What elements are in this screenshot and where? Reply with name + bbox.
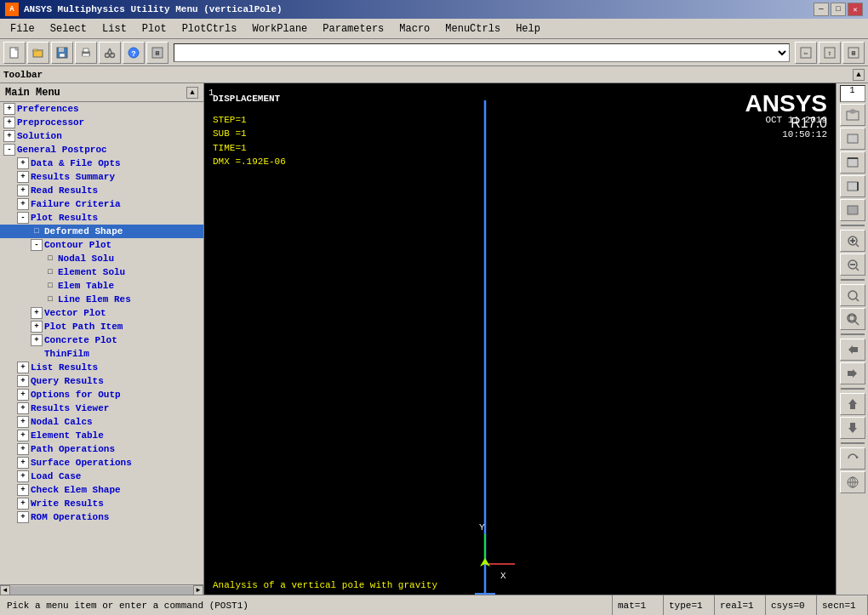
- viewport-bottom-text: Analysis of a vertical pole with gravity: [213, 580, 437, 590]
- sidebar-item-vector-plot[interactable]: + Vector Plot: [0, 306, 203, 320]
- rt-btn-iso[interactable]: [840, 104, 865, 126]
- left-panel-collapse[interactable]: ▲: [186, 87, 198, 99]
- sidebar-item-surface-operations[interactable]: + Surface Operations: [0, 456, 203, 470]
- toolbar-btn-extra2[interactable]: ⇧: [819, 42, 841, 64]
- sidebar-item-plot-path-item[interactable]: + Plot Path Item: [0, 320, 203, 333]
- menu-plotctrls[interactable]: PlotCtrls: [175, 21, 244, 37]
- toolbar-cmd[interactable]: ⊞: [146, 42, 168, 64]
- sidebar-item-load-case[interactable]: + Load Case: [0, 470, 203, 483]
- menu-parameters[interactable]: Parameters: [316, 21, 391, 37]
- item-label: Surface Operations: [31, 458, 132, 468]
- rt-btn-pan-left[interactable]: [840, 339, 865, 361]
- sidebar-item-element-solu[interactable]: □ Element Solu: [0, 265, 203, 279]
- sidebar-item-failure-criteria[interactable]: + Failure Criteria: [0, 197, 203, 211]
- expander-icon: +: [17, 511, 29, 523]
- sidebar-item-path-operations[interactable]: + Path Operations: [0, 442, 203, 456]
- sidebar-item-solution[interactable]: + Solution: [0, 129, 203, 143]
- toolbar-new[interactable]: [3, 42, 26, 64]
- sidebar-item-results-summary[interactable]: + Results Summary: [0, 170, 203, 184]
- tree-scroll[interactable]: + Preferences + Preprocessor + Solution …: [0, 102, 203, 584]
- expander-icon: +: [31, 334, 43, 346]
- sidebar-item-elem-table[interactable]: □ Elem Table: [0, 279, 203, 293]
- rt-separator-3: [841, 333, 865, 335]
- menu-list[interactable]: List: [95, 21, 134, 37]
- svg-rect-6: [60, 54, 65, 57]
- toolbar-btn-extra1[interactable]: ⇦: [795, 42, 817, 64]
- sidebar-item-check-elem-shape[interactable]: + Check Elem Shape: [0, 483, 203, 497]
- rt-btn-front[interactable]: [840, 128, 865, 150]
- menu-file[interactable]: File: [3, 21, 42, 37]
- rt-btn-pan-up[interactable]: [840, 393, 865, 415]
- sidebar-item-contour-plot[interactable]: - Contour Plot: [0, 238, 203, 252]
- sidebar-item-nodal-solu[interactable]: □ Nodal Solu: [0, 252, 203, 265]
- item-label: Contour Plot: [44, 240, 111, 250]
- sidebar-item-list-results[interactable]: + List Results: [0, 361, 203, 374]
- rt-btn-rotate[interactable]: [840, 447, 865, 470]
- rt-btn-top[interactable]: [840, 151, 865, 174]
- menu-macro[interactable]: Macro: [392, 21, 437, 37]
- sidebar-item-preprocessor[interactable]: + Preprocessor: [0, 116, 203, 129]
- menu-bar: File Select List Plot PlotCtrls WorkPlan…: [0, 19, 868, 39]
- rt-btn-extra[interactable]: [840, 471, 865, 493]
- expander-icon: +: [17, 484, 29, 496]
- rt-separator-2: [841, 279, 865, 281]
- rt-top-value[interactable]: 1: [840, 85, 865, 102]
- rt-btn-zoom-box[interactable]: [840, 308, 865, 330]
- window-controls: ─ □ ✕: [814, 3, 863, 16]
- sidebar-item-thinfilm[interactable]: ThinFilm: [0, 347, 203, 361]
- sidebar-item-plot-results[interactable]: - Plot Results: [0, 211, 203, 225]
- scroll-track[interactable]: [10, 586, 193, 595]
- sidebar-item-general-postproc[interactable]: - General Postproc: [0, 143, 203, 157]
- rt-btn-back[interactable]: [840, 199, 865, 221]
- toolbar-print[interactable]: [75, 42, 97, 64]
- rt-btn-pan-down[interactable]: [840, 417, 865, 439]
- toolbar-btn-extra3[interactable]: ⊞: [842, 42, 865, 64]
- svg-text:X: X: [500, 571, 506, 581]
- sidebar-item-read-results[interactable]: + Read Results: [0, 184, 203, 197]
- type-label: type=1: [669, 601, 703, 611]
- rt-btn-zoom-in[interactable]: [840, 230, 865, 252]
- menu-menuctrls[interactable]: MenuCtrls: [438, 21, 507, 37]
- sidebar-item-preferences[interactable]: + Preferences: [0, 102, 203, 116]
- minimize-button[interactable]: ─: [814, 3, 829, 16]
- sidebar-item-element-table[interactable]: + Element Table: [0, 429, 203, 442]
- sidebar-item-deformed-shape[interactable]: □ Deformed Shape: [0, 225, 203, 238]
- sidebar-item-rom-operations[interactable]: + ROM Operations: [0, 510, 203, 524]
- sidebar-item-write-results[interactable]: + Write Results: [0, 497, 203, 510]
- svg-point-46: [848, 291, 857, 299]
- ansys-viewport[interactable]: 1 DISPLACEMENT STEP=1 SUB =1 TIME=1 DMX …: [204, 83, 836, 595]
- sidebar-item-nodal-calcs[interactable]: + Nodal Calcs: [0, 415, 203, 429]
- toolbar-open[interactable]: [27, 42, 49, 64]
- toolbar-save[interactable]: [51, 42, 73, 64]
- svg-text:?: ?: [131, 50, 135, 59]
- sidebar-item-concrete-plot[interactable]: + Concrete Plot: [0, 333, 203, 347]
- scroll-left-arrow[interactable]: ◄: [0, 585, 10, 595]
- toolbar-combo[interactable]: [174, 43, 790, 62]
- toolbar-collapse-btn[interactable]: ▲: [853, 69, 865, 81]
- toolbar-cut[interactable]: [99, 42, 121, 64]
- maximize-button[interactable]: □: [831, 3, 846, 16]
- expander-icon: +: [17, 498, 29, 510]
- sidebar-item-line-elem-res[interactable]: □ Line Elem Res: [0, 293, 203, 306]
- status-type: type=1: [664, 595, 715, 615]
- scroll-right-arrow[interactable]: ►: [193, 585, 203, 595]
- rt-btn-pan-right[interactable]: [840, 362, 865, 384]
- menu-plot[interactable]: Plot: [135, 21, 174, 37]
- sidebar-item-results-viewer[interactable]: + Results Viewer: [0, 401, 203, 415]
- item-label: Read Results: [31, 185, 98, 196]
- rt-btn-zoom-fit[interactable]: [840, 284, 865, 306]
- rt-btn-zoom-out[interactable]: [840, 253, 865, 276]
- rt-btn-side[interactable]: [840, 175, 865, 197]
- menu-workplane[interactable]: WorkPlane: [245, 21, 314, 37]
- menu-help[interactable]: Help: [509, 21, 547, 37]
- toolbar-help[interactable]: ?: [123, 42, 145, 64]
- sidebar-item-query-results[interactable]: + Query Results: [0, 374, 203, 388]
- sidebar-item-options-outp[interactable]: + Options for Outp: [0, 388, 203, 401]
- item-label: Solution: [17, 131, 62, 141]
- close-button[interactable]: ✕: [848, 3, 863, 16]
- menu-select[interactable]: Select: [43, 21, 94, 37]
- left-panel-header: Main Menu ▲: [0, 83, 203, 102]
- sidebar-item-data-file-opts[interactable]: + Data & File Opts: [0, 157, 203, 170]
- real-label: real=1: [720, 601, 754, 611]
- expander-icon: +: [17, 416, 29, 428]
